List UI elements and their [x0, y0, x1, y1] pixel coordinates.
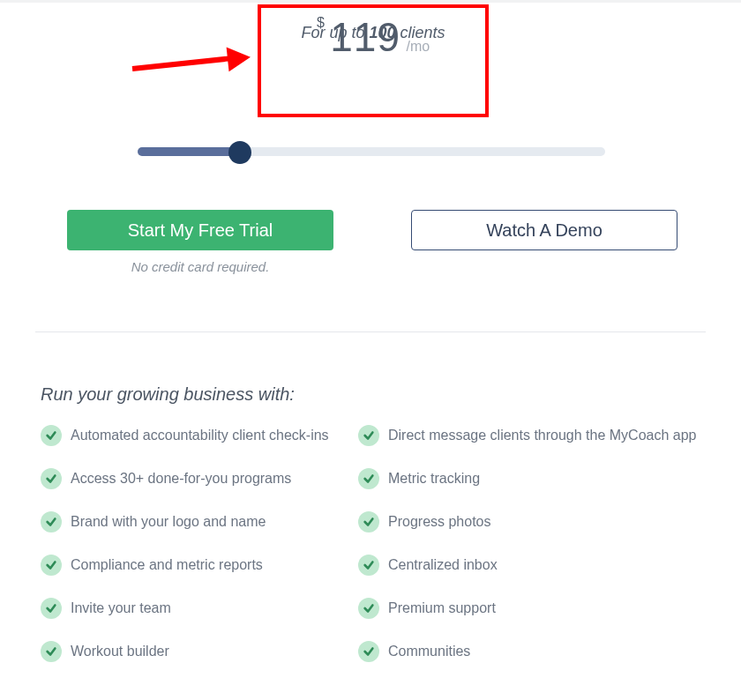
feature-item: Direct message clients through the MyCoa…: [358, 425, 711, 446]
check-icon: [41, 468, 62, 489]
slider-fill: [138, 147, 240, 156]
arrow-head-icon: [227, 45, 252, 72]
start-trial-button[interactable]: Start My Free Trial: [67, 210, 333, 250]
feature-item: Progress photos: [358, 511, 711, 532]
feature-item: Premium support: [358, 598, 711, 619]
features-heading: Run your growing business with:: [41, 384, 295, 405]
feature-label: Workout builder: [71, 644, 169, 659]
feature-item: Centralized inbox: [358, 555, 711, 576]
check-icon: [358, 598, 379, 619]
feature-label: Automated accountability client check-in…: [71, 428, 329, 443]
feature-item: Communities: [358, 641, 711, 662]
cta-row: Start My Free Trial Watch A Demo: [67, 210, 677, 250]
price-row: $ 119 /mo: [261, 13, 485, 61]
feature-label: Communities: [388, 644, 470, 659]
feature-label: Access 30+ done-for-you programs: [71, 471, 291, 487]
feature-item: Workout builder: [41, 641, 358, 662]
check-icon: [358, 425, 379, 446]
features-grid: Automated accountability client check-in…: [41, 425, 711, 662]
feature-label: Premium support: [388, 600, 496, 616]
pricing-page: $ 119 /mo For up to 100 clients Start My…: [0, 0, 741, 700]
check-icon: [41, 598, 62, 619]
feature-item: Metric tracking: [358, 468, 711, 489]
price-period: /mo: [406, 39, 430, 54]
feature-label: Compliance and metric reports: [71, 557, 263, 573]
pricing-slider[interactable]: [138, 141, 605, 162]
feature-item: Brand with your logo and name: [41, 511, 358, 532]
no-credit-card-note: No credit card required.: [67, 259, 333, 274]
currency-symbol: $: [317, 15, 325, 30]
feature-label: Invite your team: [71, 600, 171, 616]
check-icon: [358, 468, 379, 489]
slider-knob[interactable]: [228, 141, 251, 164]
price-highlight-box: $ 119 /mo For up to 100 clients: [258, 4, 489, 117]
section-divider: [35, 331, 706, 332]
check-icon: [358, 511, 379, 532]
top-divider: [0, 0, 741, 3]
check-icon: [358, 555, 379, 576]
annotation-arrow: [132, 42, 260, 78]
feature-item: Access 30+ done-for-you programs: [41, 468, 358, 489]
check-icon: [41, 425, 62, 446]
arrow-line: [132, 56, 235, 71]
feature-item: Invite your team: [41, 598, 358, 619]
watch-demo-button[interactable]: Watch A Demo: [411, 210, 677, 250]
feature-label: Centralized inbox: [388, 557, 498, 573]
check-icon: [41, 511, 62, 532]
feature-label: Direct message clients through the MyCoa…: [388, 428, 697, 443]
feature-label: Progress photos: [388, 514, 491, 530]
feature-label: Brand with your logo and name: [71, 514, 266, 530]
check-icon: [41, 641, 62, 662]
check-icon: [41, 555, 62, 576]
price-amount: 119: [330, 13, 400, 61]
feature-item: Automated accountability client check-in…: [41, 425, 358, 446]
feature-label: Metric tracking: [388, 471, 480, 487]
feature-item: Compliance and metric reports: [41, 555, 358, 576]
check-icon: [358, 641, 379, 662]
